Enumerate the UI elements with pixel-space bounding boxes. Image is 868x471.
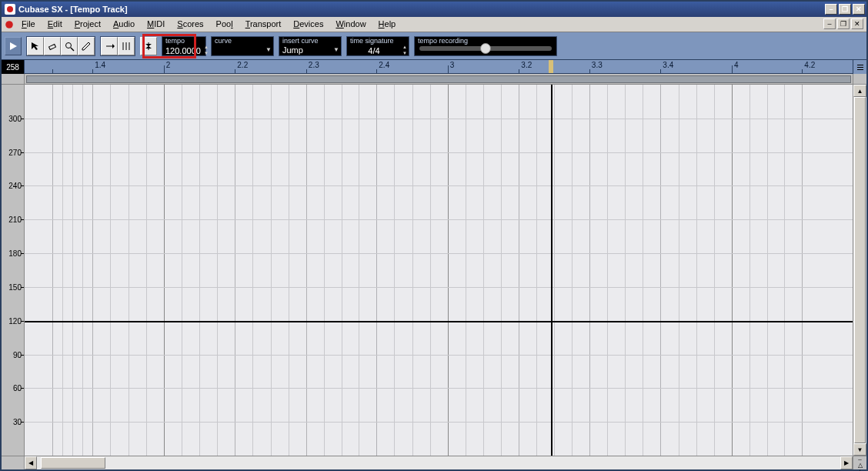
menu-help[interactable]: Help [372, 17, 402, 32]
menu-midi[interactable]: MIDI [141, 17, 171, 32]
grid-vline-sub [767, 85, 768, 456]
tempo-spin-up[interactable]: ▲ [204, 45, 209, 51]
signature-strip-header [2, 74, 25, 85]
svg-marker-3 [32, 42, 38, 50]
vscroll-thumb[interactable] [854, 97, 866, 443]
snap-button[interactable] [118, 37, 135, 55]
menu-edit[interactable]: Edit [42, 17, 68, 32]
yaxis-tick [21, 152, 24, 153]
grid-vline-sub [324, 85, 325, 456]
menu-devices[interactable]: Devices [287, 17, 329, 32]
vscroll-track[interactable] [853, 97, 866, 443]
hscroll-right-button[interactable]: ▶ [840, 456, 853, 469]
close-button[interactable]: ✕ [853, 4, 865, 15]
timeline-ruler[interactable]: 1.422.22.32.433.23.33.444.2 [25, 60, 853, 74]
insert-curve-value[interactable]: Jump [279, 45, 332, 55]
grid-hline [25, 253, 853, 254]
grid-hline [25, 422, 853, 423]
tempo-label: tempo [162, 37, 205, 45]
ruler-label: 1.4 [95, 61, 105, 69]
snap-type-button[interactable] [140, 37, 157, 55]
minimize-button[interactable]: – [825, 4, 837, 15]
menu-project[interactable]: Project [68, 17, 107, 32]
vscroll-up-button[interactable]: ▲ [853, 85, 866, 97]
grid-vline-sub [466, 85, 466, 456]
menu-window[interactable]: Window [329, 17, 372, 32]
grid-hline [25, 219, 853, 220]
svg-marker-7 [82, 42, 90, 50]
maximize-button[interactable]: ❐ [839, 4, 851, 15]
grid-vline-sub [359, 85, 359, 456]
svg-marker-9 [112, 44, 115, 48]
svg-rect-4 [49, 44, 56, 49]
draw-tool[interactable] [78, 37, 95, 55]
vertical-scrollbar[interactable]: ▲ ▼ [853, 85, 866, 456]
ruler-origin-value[interactable]: 258 [2, 60, 25, 74]
hscroll-track[interactable] [37, 456, 840, 469]
ruler-tick [660, 69, 661, 73]
timesig-spin-up[interactable]: ▲ [401, 45, 409, 51]
time-signature-value[interactable]: 4/4 [347, 46, 401, 55]
curve-field[interactable]: curve ▼ [211, 36, 274, 56]
autoscroll-button[interactable] [101, 37, 118, 55]
horizontal-scrollbar[interactable]: ◀ ▶ [25, 456, 853, 469]
mdi-close-button[interactable]: ✕ [851, 18, 863, 29]
ruler-label: 2.3 [309, 61, 319, 69]
yaxis-label: 270 [8, 148, 22, 156]
mdi-minimize-button[interactable]: – [823, 18, 836, 29]
tempo-grid[interactable] [25, 85, 853, 456]
grid-vline-sub [749, 85, 750, 456]
tempo-field[interactable]: tempo 120.0000 ▲▼ [162, 36, 206, 56]
tempo-spin-down[interactable]: ▼ [204, 51, 209, 57]
zoom-tool[interactable] [61, 37, 78, 55]
hscroll-left-button[interactable]: ◀ [25, 456, 37, 469]
curve-dropdown-icon[interactable]: ▼ [264, 46, 273, 53]
ruler-playhead-marker[interactable] [549, 60, 553, 73]
ruler-options-button[interactable] [853, 60, 866, 74]
ruler-tick [732, 65, 733, 73]
grid-hline [25, 355, 853, 356]
grid-vline-sub [342, 85, 342, 456]
tempo-recording-slider[interactable] [419, 46, 552, 51]
activate-button[interactable] [5, 37, 22, 55]
timesig-spin-down[interactable]: ▼ [401, 51, 409, 57]
playhead[interactable] [551, 85, 553, 456]
yaxis-label: 210 [8, 215, 22, 224]
tool-group-snap [100, 36, 135, 56]
menu-scores[interactable]: Scores [171, 17, 209, 32]
ruler-tick [376, 69, 377, 73]
grid-vline [519, 85, 519, 456]
grid-vline-sub [679, 85, 679, 456]
mdi-restore-button[interactable]: ❐ [837, 18, 850, 29]
grid-vline [52, 85, 53, 456]
ruler-label: 4 [734, 61, 739, 69]
app-icon [5, 4, 15, 15]
tool-group-edit [26, 36, 95, 56]
insert-curve-dropdown-icon[interactable]: ▼ [332, 46, 341, 53]
erase-tool[interactable] [44, 37, 61, 55]
ruler-label: 2.4 [379, 61, 389, 69]
grid-hline [25, 388, 853, 389]
vscroll-down-button[interactable]: ▼ [853, 443, 866, 456]
insert-curve-field[interactable]: insert curve Jump ▼ [279, 36, 342, 56]
tempo-value[interactable]: 120.0000 [162, 46, 204, 55]
yaxis-tick [21, 355, 24, 356]
time-signature-field[interactable]: time signature 4/4 ▲▼ [346, 36, 409, 56]
hscroll-thumb[interactable] [41, 457, 105, 469]
time-signature-label: time signature [347, 37, 409, 45]
signature-strip[interactable] [25, 74, 853, 85]
select-tool[interactable] [27, 37, 44, 55]
bottom-left-corner [2, 456, 25, 469]
signature-strip-row [2, 74, 866, 85]
tempo-line[interactable] [25, 321, 853, 322]
yaxis-tick [21, 253, 24, 254]
menu-pool[interactable]: Pool [210, 17, 239, 32]
grid-vline-sub [182, 85, 182, 456]
grid-vline-sub [252, 85, 253, 456]
menu-file[interactable]: File [15, 17, 42, 32]
menu-app-icon [3, 17, 15, 32]
tempo-recording-slider-thumb[interactable] [480, 43, 491, 54]
menu-transport[interactable]: Transport [239, 17, 288, 32]
yaxis-tick [21, 388, 24, 389]
menu-audio[interactable]: Audio [107, 17, 141, 32]
